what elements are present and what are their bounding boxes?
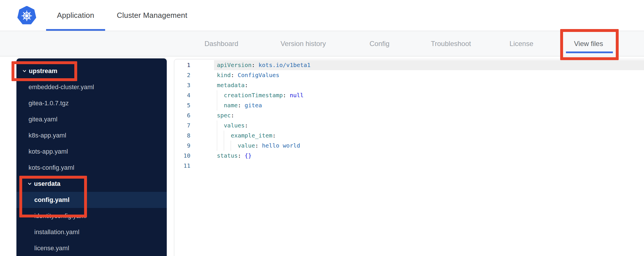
- line-number-1: 1: [174, 60, 214, 70]
- tree-item-k8s-app-yaml[interactable]: k8s-app.yaml: [16, 127, 167, 144]
- code-line-9: value: hello world: [214, 141, 644, 151]
- token-key: spec: [217, 112, 231, 119]
- indent-guide: [217, 131, 224, 141]
- subnav-tab-label: License: [509, 40, 533, 48]
- subnav-tab-label: Config: [370, 40, 389, 48]
- token-str: ConfigValues: [238, 72, 279, 79]
- tree-item-config-yaml[interactable]: config.yaml: [16, 192, 167, 208]
- code-line-11: [214, 161, 644, 171]
- token-str: gitea: [245, 102, 262, 109]
- tree-item-embedded-cluster-yaml[interactable]: embedded-cluster.yaml: [16, 79, 167, 95]
- tree-item-kots-app-yaml[interactable]: kots-app.yaml: [16, 144, 167, 160]
- line-number-2: 2: [174, 70, 214, 80]
- indent-guide: [231, 141, 238, 151]
- indent-guide: [217, 90, 224, 100]
- code-line-2: kind: ConfigValues: [214, 70, 644, 80]
- token-punc: :: [272, 132, 276, 139]
- token-punc: :: [238, 152, 245, 159]
- line-number-10: 10: [174, 151, 214, 161]
- chevron-down-icon: [22, 69, 27, 73]
- token-punc: :: [245, 82, 248, 89]
- file-label: license.yaml: [34, 244, 69, 252]
- line-number-11: 11: [174, 161, 214, 171]
- code-line-5: name: gitea: [214, 100, 644, 110]
- token-key: example_item: [231, 132, 272, 139]
- code-line-10: status: {}: [214, 151, 644, 161]
- folder-label: userdata: [34, 180, 60, 188]
- token-key: status: [217, 152, 238, 159]
- kubernetes-logo-icon: [17, 6, 36, 25]
- subnav-tab-label: View files: [574, 40, 603, 48]
- subnav-tab-label: Dashboard: [204, 40, 238, 48]
- code-line-4: creationTimestamp: null: [214, 90, 644, 100]
- subnav-tab-config[interactable]: Config: [370, 31, 389, 56]
- file-label: kots-app.yaml: [29, 148, 68, 155]
- token-punc: :: [283, 92, 290, 99]
- app-subnav: DashboardVersion historyConfigTroublesho…: [0, 31, 644, 56]
- token-const: {}: [245, 152, 251, 159]
- tab-label: Application: [57, 11, 94, 20]
- token-punc: :: [251, 62, 258, 68]
- chevron-down-icon: [27, 182, 32, 186]
- line-number-8: 8: [174, 131, 214, 141]
- indent-guide: [217, 100, 224, 110]
- tab-cluster-management[interactable]: Cluster Management: [113, 0, 191, 31]
- tree-item-installation-yaml[interactable]: installation.yaml: [16, 224, 167, 240]
- file-label: identityconfig.yaml: [34, 212, 86, 220]
- token-str: kots.io/v1beta1: [259, 62, 311, 68]
- indent-guide: [217, 121, 224, 131]
- subnav-tab-version-history[interactable]: Version history: [281, 31, 326, 56]
- tree-item-upstream[interactable]: upstream: [16, 63, 167, 79]
- code-line-3: metadata:: [214, 80, 644, 90]
- file-label: kots-config.yaml: [29, 164, 74, 171]
- line-number-6: 6: [174, 110, 214, 121]
- code-line-7: values:: [214, 121, 644, 131]
- subnav-tab-label: Troubleshoot: [431, 40, 471, 48]
- file-label: config.yaml: [34, 196, 69, 204]
- subnav-tab-label: Version history: [281, 40, 326, 48]
- active-tab-underline: [566, 51, 613, 53]
- editor-code-area[interactable]: apiVersion: kots.io/v1beta1kind: ConfigV…: [214, 59, 644, 256]
- file-label: installation.yaml: [34, 228, 79, 236]
- line-number-3: 3: [174, 80, 214, 90]
- line-number-4: 4: [174, 90, 214, 100]
- file-label: k8s-app.yaml: [29, 132, 66, 139]
- token-key: apiVersion: [217, 62, 251, 68]
- indent-guide: [224, 141, 231, 151]
- token-key: metadata: [217, 82, 245, 89]
- file-content-editor: 1234567891011 apiVersion: kots.io/v1beta…: [174, 59, 644, 256]
- tab-application[interactable]: Application: [46, 0, 105, 31]
- file-label: gitea.yaml: [29, 116, 57, 123]
- tree-item-license-yaml[interactable]: license.yaml: [16, 240, 167, 256]
- token-key: kind: [217, 72, 231, 79]
- code-line-1: apiVersion: kots.io/v1beta1: [214, 60, 644, 70]
- token-key: value: [238, 142, 255, 149]
- tree-item-gitea-yaml[interactable]: gitea.yaml: [16, 111, 167, 127]
- file-label: embedded-cluster.yaml: [29, 83, 94, 91]
- tree-item-kots-config-yaml[interactable]: kots-config.yaml: [16, 160, 167, 176]
- indent-guide: [224, 131, 231, 141]
- folder-label: upstream: [29, 67, 57, 75]
- top-bar: ApplicationCluster Management: [0, 0, 644, 31]
- token-punc: :: [255, 142, 262, 149]
- tree-item-gitea-1-0-7-tgz[interactable]: gitea-1.0.7.tgz: [16, 95, 167, 111]
- tree-item-userdata[interactable]: userdata: [16, 176, 167, 192]
- file-label: gitea-1.0.7.tgz: [29, 100, 69, 107]
- tree-item-identityconfig-yaml[interactable]: identityconfig.yaml: [16, 208, 167, 224]
- token-str: hello world: [262, 142, 300, 149]
- file-tree-sidebar: upstreamembedded-cluster.yamlgitea-1.0.7…: [16, 58, 167, 256]
- subnav-tab-troubleshoot[interactable]: Troubleshoot: [431, 31, 471, 56]
- indent-guide: [217, 141, 224, 151]
- token-key: values: [224, 122, 245, 129]
- token-punc: :: [238, 102, 245, 109]
- subnav-tab-license[interactable]: License: [509, 31, 533, 56]
- token-key: creationTimestamp: [224, 92, 283, 99]
- code-line-6: spec:: [214, 110, 644, 121]
- token-punc: :: [231, 112, 234, 119]
- token-punc: :: [231, 72, 238, 79]
- code-line-8: example_item:: [214, 131, 644, 141]
- token-key: name: [224, 102, 238, 109]
- line-number-7: 7: [174, 121, 214, 131]
- subnav-tab-dashboard[interactable]: Dashboard: [204, 31, 238, 56]
- token-const: null: [290, 92, 304, 99]
